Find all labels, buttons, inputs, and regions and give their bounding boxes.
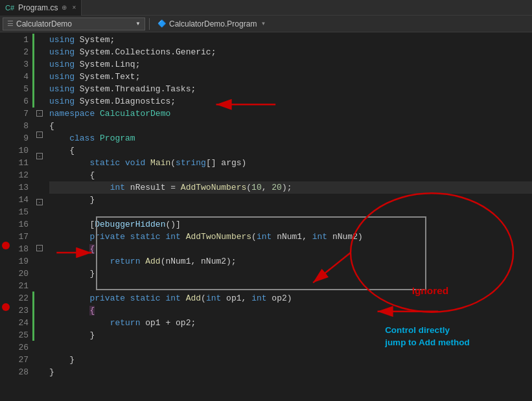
line-num: 11 <box>12 157 29 169</box>
member-icon: 🔷 <box>157 19 167 28</box>
code-line-12: { <box>49 169 532 181</box>
line-num: 19 <box>12 255 29 268</box>
code-line-6: using System.Diagnostics; <box>49 95 532 108</box>
line-num: 10 <box>12 144 29 157</box>
collapse-empty3 <box>35 138 44 150</box>
ide-window: C# Program.cs ⊕ × ☰ CalculatorDemo ▼ 🔷 C… <box>0 0 532 401</box>
code-line-1: using System; <box>49 34 532 46</box>
line-num: 21 <box>12 280 29 292</box>
line-num: 17 <box>12 231 29 243</box>
scope-left-icon: ☰ <box>7 19 14 28</box>
dropdown-chevron-left: ▼ <box>135 21 141 27</box>
code-line-21 <box>49 280 532 292</box>
collapse-btn-class[interactable]: - <box>36 132 43 138</box>
code-line-9: class Program <box>49 132 532 144</box>
line-num: 5 <box>12 83 29 95</box>
code-line-14: } <box>49 194 532 206</box>
line-num: 9 <box>12 132 29 144</box>
collapse-empty4 <box>35 159 44 196</box>
code-line-2: using System.Collections.Generic; <box>49 46 532 58</box>
code-area: 1 2 3 4 5 6 7 8 9 10 11 12 13 14 15 16 1… <box>0 32 532 401</box>
code-line-3: using System.Linq; <box>49 58 532 71</box>
code-line-15 <box>49 206 532 218</box>
line-num: 18 <box>12 243 29 255</box>
collapse-btn-addtwonumbers[interactable]: - <box>36 199 43 205</box>
line-num: 23 <box>12 304 29 317</box>
tab-bar: C# Program.cs ⊕ × <box>0 0 532 16</box>
collapse-empty5 <box>35 205 44 242</box>
toolbar: ☰ CalculatorDemo ▼ 🔷 CalculatorDemo.Prog… <box>0 16 532 32</box>
collapse-empty2 <box>35 117 44 129</box>
collapse-btn-add[interactable]: - <box>36 245 43 251</box>
line-num: 12 <box>12 169 29 181</box>
code-line-28: } <box>49 366 532 378</box>
line-num: 14 <box>12 194 29 206</box>
dropdown-chevron-right: ▼ <box>260 21 266 27</box>
toolbar-separator <box>149 18 150 30</box>
line-num: 15 <box>12 206 29 218</box>
line-num: 20 <box>12 268 29 280</box>
code-line-23: { <box>49 304 532 317</box>
line-num: 28 <box>12 366 29 378</box>
code-line-11: static void Main(string[] args) <box>49 157 532 169</box>
code-line-4: using System.Text; <box>49 71 532 83</box>
line-num: 7 <box>12 108 29 120</box>
change-bar-2 <box>32 292 34 341</box>
tab-pin[interactable]: ⊕ <box>62 4 67 11</box>
code-editor[interactable]: using System; using System.Collections.G… <box>44 32 532 401</box>
code-line-24: return op1 + op2; <box>49 317 532 329</box>
line-num: 2 <box>12 46 29 58</box>
cs-file-icon: C# <box>5 4 14 12</box>
code-line-5: using System.Threading.Tasks; <box>49 83 532 95</box>
change-bar-1 <box>32 34 34 108</box>
line-num: 13 <box>12 181 29 194</box>
breakpoint-2[interactable] <box>2 303 10 311</box>
collapse-empty <box>35 34 44 108</box>
tab-filename: Program.cs <box>18 3 58 12</box>
scope-dropdown-right[interactable]: 🔷 CalculatorDemo.Program ▼ <box>154 17 270 30</box>
line-num: 25 <box>12 329 29 341</box>
code-line-22: private static int Add(int op1, int op2) <box>49 292 532 304</box>
scope-right-value: CalculatorDemo.Program <box>169 19 257 29</box>
line-num: 24 <box>12 317 29 329</box>
code-line-20: } <box>49 268 532 280</box>
line-num: 6 <box>12 95 29 108</box>
program-cs-tab[interactable]: C# Program.cs ⊕ × <box>0 0 82 16</box>
line-num: 16 <box>12 218 29 231</box>
scope-dropdown-left[interactable]: ☰ CalculatorDemo ▼ <box>3 17 145 30</box>
code-line-16: [DebuggerHidden()] <box>49 218 532 231</box>
code-line-26 <box>49 341 532 354</box>
line-num: 22 <box>12 292 29 304</box>
code-line-8: { <box>49 120 532 132</box>
line-num: 4 <box>12 71 29 83</box>
code-line-13: int nResult = AddTwoNumbers(10, 20); <box>49 181 532 194</box>
tab-close-button[interactable]: × <box>72 4 76 11</box>
collapse-btn-namespace[interactable]: - <box>36 110 43 117</box>
collapse-indicators: - - - - - <box>35 32 44 401</box>
code-line-18: { <box>49 243 532 255</box>
line-num: 8 <box>12 120 29 132</box>
collapse-btn-main[interactable]: - <box>36 153 43 159</box>
code-line-27: } <box>49 354 532 366</box>
line-num: 3 <box>12 58 29 71</box>
code-line-7: namespace CalculatorDemo <box>49 108 532 120</box>
breakpoint-1[interactable] <box>2 242 10 249</box>
code-line-10: { <box>49 144 532 157</box>
line-num: 1 <box>12 34 29 46</box>
line-numbers: 1 2 3 4 5 6 7 8 9 10 11 12 13 14 15 16 1… <box>12 32 32 401</box>
breakpoint-margin <box>0 32 12 401</box>
code-line-19: return Add(nNum1, nNum2); <box>49 255 532 268</box>
line-num: 26 <box>12 341 29 354</box>
code-line-17: private static int AddTwoNumbers(int nNu… <box>49 231 532 243</box>
code-line-25: } <box>49 329 532 341</box>
scope-left-value: CalculatorDemo <box>16 19 72 29</box>
line-num: 27 <box>12 354 29 366</box>
